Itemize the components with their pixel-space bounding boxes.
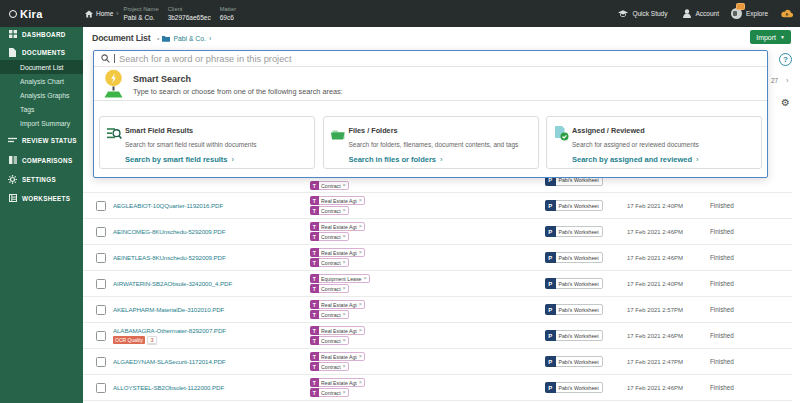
tag-remove-icon[interactable]: × [343,234,348,240]
sidebar-item-document-list[interactable]: Document List [0,60,83,74]
tag-chip[interactable]: TContract× [310,310,349,319]
table-row: AKELAPHARM-MaterialDe-3102010.PDFTReal E… [83,297,792,323]
row-checkbox[interactable] [96,383,106,393]
tag-chip[interactable]: TReal Estate Agt× [310,222,365,231]
document-link[interactable]: AKELAPHARM-MaterialDe-3102010.PDF [113,306,310,313]
worksheet-icon: P [545,252,556,263]
document-link[interactable]: ALLOYSTEEL-SB2Obsolet-1122000.PDF [113,384,310,391]
tag-chip[interactable]: TReal Estate Agt× [310,196,365,205]
tag-remove-icon[interactable]: × [359,380,364,386]
row-checkbox[interactable] [96,331,106,341]
row-checkbox[interactable] [96,279,106,289]
tag-remove-icon[interactable]: × [343,312,348,318]
table-row: ALLOYSTEEL-SB2Obsolet-1122000.PDFTReal E… [83,375,792,401]
tag-chip[interactable]: TContract× [310,258,349,267]
card-link[interactable]: Search by smart field results› [125,155,234,164]
tag-chip[interactable]: TContract× [310,362,349,371]
sidebar-item-worksheets[interactable]: WORKSHEETS [0,191,83,205]
worksheet-chip[interactable]: PPabi's Worksheet [545,252,603,263]
document-name-cell: AEINCOMEG-8KUnschedu-5292009.PDF [113,228,310,235]
worksheet-cell: PPabi's Worksheet [545,245,627,270]
upload-status-button[interactable] [781,9,793,18]
tag-chip[interactable]: TContract× [310,388,349,397]
tag-remove-icon[interactable]: × [359,250,364,256]
tag-remove-icon[interactable]: × [343,286,348,292]
tag-remove-icon[interactable]: × [359,224,364,230]
sidebar-item-tags[interactable]: Tags [0,102,83,116]
tag-chip[interactable]: TContract× [310,232,349,241]
tag-chip[interactable]: TEquipment Lease× [310,274,370,283]
row-checkbox[interactable] [96,201,106,211]
tag-chip[interactable]: TContract× [310,206,349,215]
tag-chip[interactable]: TReal Estate Agt× [310,248,365,257]
tag-remove-icon[interactable]: × [359,302,364,308]
tag-chip[interactable]: TContract× [310,336,349,345]
tag-remove-icon[interactable]: × [363,276,368,282]
sidebar-item-review-status[interactable]: REVIEW STATUS [0,133,83,147]
document-link[interactable]: ALABAMAGRA-Othermater-8292007.PDF [113,327,310,334]
sidebar-item-comparisons[interactable]: COMPARISONS [0,153,83,167]
pagination-next-icon[interactable]: › [786,77,788,84]
tag-chip[interactable]: TReal Estate Agt× [310,352,365,361]
tag-chip[interactable]: TReal Estate Agt× [310,378,365,387]
table-settings-gear-icon[interactable]: ⚙ [781,98,790,108]
card-link[interactable]: Search in files or folders› [349,155,443,164]
explore-button[interactable]: Explore [731,8,768,19]
sidebar-item-import-summary[interactable]: Import Summary [0,116,83,130]
document-name-cell: ALLOYSTEEL-SB2Obsolet-1122000.PDF [113,384,310,391]
search-input[interactable]: Search for a word or phrase in this proj… [94,51,767,67]
document-link[interactable]: AEINETLEAS-8KUnschedu-5292009.PDF [113,254,310,261]
tag-remove-icon[interactable]: × [343,390,348,396]
tag-chip[interactable]: TContract× [310,181,349,190]
kira-logo[interactable]: Kira [0,8,83,20]
sidebar-item-label: COMPARISONS [22,157,72,164]
document-link[interactable]: AIRWATERIN-SB2AObsole-3242000_4.PDF [113,280,310,287]
sidebar-item-dashboard[interactable]: DASHBOARD [0,27,83,41]
breadcrumb-link[interactable]: Pabi & Co. [173,35,206,42]
tag-chip[interactable]: TReal Estate Agt× [310,300,365,309]
worksheet-chip[interactable]: PPabi's Worksheet [545,382,603,393]
quick-study-button[interactable]: Quick Study [618,10,667,18]
worksheet-chip[interactable]: PPabi's Worksheet [545,304,603,315]
worksheet-chip[interactable]: PPabi's Worksheet [545,356,603,367]
row-checkbox[interactable] [96,253,106,263]
worksheet-chip[interactable]: PPabi's Worksheet [545,330,603,341]
help-icon[interactable]: ? [779,53,792,66]
home-icon [85,10,93,18]
search-card-assigned-reviewed[interactable]: Assigned / ReviewedSearch for assigned o… [546,116,762,169]
tag-remove-icon[interactable]: × [343,338,348,344]
sidebar-item-documents[interactable]: DOCUMENTS [0,45,83,59]
search-card-smart-field-results[interactable]: Smart Field ResultsSearch for smart fiel… [99,116,315,169]
row-checkbox[interactable] [96,227,106,237]
tag-remove-icon[interactable]: × [343,183,348,189]
folder-icon [162,35,170,42]
card-link[interactable]: Search by assigned and reviewed› [572,155,699,164]
tag-remove-icon[interactable]: × [359,328,364,334]
row-checkbox[interactable] [96,305,106,315]
worksheet-chip[interactable]: PPabi's Worksheet [545,278,603,289]
tag-remove-icon[interactable]: × [343,208,348,214]
smart-search-title: Smart Search [133,74,191,84]
tag-remove-icon[interactable]: × [343,364,348,370]
tag-remove-icon[interactable]: × [359,354,364,360]
row-checkbox[interactable] [96,357,106,367]
account-button[interactable]: Account [683,9,719,18]
sidebar-item-settings[interactable]: SETTINGS [0,172,83,186]
document-link[interactable]: ALGAEDYNAM-SLASecurit-1172014.PDF [113,358,310,365]
tag-chip[interactable]: TContract× [310,284,349,293]
tag-icon: T [310,300,319,309]
tag-remove-icon[interactable]: × [343,260,348,266]
worksheet-label: Pabi's Worksheet [556,281,602,287]
worksheet-chip[interactable]: PPabi's Worksheet [545,200,603,211]
search-card-files-folders[interactable]: Files / FoldersSearch for folders, filen… [323,116,539,169]
document-link[interactable]: AEGLEABIOT-10QQuarter-1192016.PDF [113,202,310,209]
tag-remove-icon[interactable]: × [359,198,364,204]
tag-chip[interactable]: TReal Estate Agt× [310,326,365,335]
worksheet-chip[interactable]: PPabi's Worksheet [545,226,603,237]
sidebar-item-analysis-graphs[interactable]: Analysis Graphs [0,88,83,102]
home-link[interactable]: Home [85,10,113,18]
document-link[interactable]: AEINCOMEG-8KUnschedu-5292009.PDF [113,228,310,235]
project-meta[interactable]: Project Name Pabi & Co. [124,5,159,22]
sidebar-item-analysis-chart[interactable]: Analysis Chart [0,74,83,88]
import-button[interactable]: Import ▼ [750,30,791,44]
